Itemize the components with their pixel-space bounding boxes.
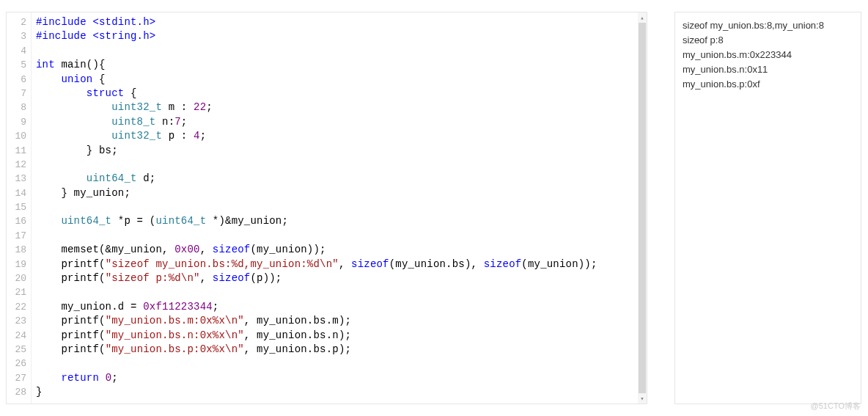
code-token: "my_union.bs.n:0x%x\n" [106,329,244,341]
code-line: printf("sizeof my_union.bs:%d,my_union:%… [36,258,647,271]
code-token: uint32_t [111,130,162,142]
code-token [36,215,61,227]
code-token: ; [200,130,207,142]
line-number: 28 [7,385,26,399]
code-token: uint32_t [111,101,162,113]
code-token: "sizeof p:%d\n" [106,272,200,284]
code-line [36,285,647,299]
line-number: 3 [7,29,26,43]
code-token: printf( [36,258,106,270]
code-token: "my_union.bs.m:0x%x\n" [106,315,244,326]
line-number: 22 [7,300,26,314]
code-token: (){ [87,59,106,70]
code-token [36,172,87,184]
code-token [36,372,61,384]
code-token: *)&my_union; [206,215,288,227]
line-number: 20 [7,271,26,285]
line-number: 10 [7,129,26,143]
code-token: d; [137,172,156,184]
code-line: printf("my_union.bs.p:0x%x\n", my_union.… [36,343,647,357]
code-token: memset(&my_union, [36,244,174,255]
code-line: #include <string.h> [36,29,647,43]
code-line [36,357,647,371]
code-token: return [61,372,99,384]
code-token [36,73,61,85]
code-lines[interactable]: #include <stdint.h>#include <string.h>in… [32,12,647,403]
code-line: int main(){ [36,58,647,72]
code-token: 0x00 [174,244,199,255]
line-number: 2 [7,15,26,29]
code-token: m : [162,101,194,113]
code-line: return 0; [36,371,647,385]
code-token: ; [111,372,118,384]
code-token: ; [181,116,188,128]
line-number: 6 [7,73,26,87]
output-line: my_union.bs.p:0xf [683,77,853,92]
line-number: 18 [7,243,26,257]
code-token: , my_union.bs.p); [244,343,351,355]
code-line: } my_union; [36,186,647,200]
line-number: 16 [7,214,26,228]
code-token: , [200,244,213,255]
code-line: union { [36,73,647,87]
code-body: #include <stdint.h>#include <string.h>in… [32,12,647,404]
line-number: 21 [7,285,26,299]
code-token [36,116,111,128]
code-line [36,44,647,58]
code-token: sizeof [213,272,251,284]
code-token: ; [213,301,219,313]
code-token [36,130,111,142]
code-line: uint8_t n:7; [36,115,647,129]
line-number: 25 [7,343,26,357]
code-line: my_union.d = 0xf11223344; [36,300,647,314]
line-number: 19 [7,258,26,271]
code-line: } bs; [36,144,647,158]
line-number: 8 [7,101,26,114]
code-token: printf( [36,343,106,355]
code-token: #include <stdint.h> [36,16,155,28]
code-line: #include <stdint.h> [36,15,647,29]
code-token: "sizeof my_union.bs:%d,my_union:%d\n" [106,258,339,270]
code-token: 4 [194,130,200,142]
code-token: sizeof [213,244,251,255]
scroll-down-icon[interactable]: ▾ [638,393,647,404]
code-line: } [36,385,647,399]
code-line: uint64_t d; [36,172,647,186]
code-line: printf("sizeof p:%d\n", sizeof(p)); [36,271,647,285]
watermark-text: @51CTO博客 [811,401,861,412]
code-token: , [339,258,351,270]
code-token: (my_union)); [250,244,326,255]
line-number: 5 [7,58,26,72]
code-token: 7 [174,116,181,128]
code-token: struct [87,87,125,99]
scroll-up-icon[interactable]: ▴ [638,12,647,23]
code-token: sizeof [484,258,522,270]
code-token: ; [206,101,213,113]
line-number: 24 [7,329,26,343]
scrollbar-thumb[interactable] [639,23,646,393]
code-token: 0 [106,372,112,384]
code-token: uint64_t [155,215,206,227]
code-line: uint32_t m : 22; [36,101,647,114]
page-root: 2345678910111213141516171819202122232425… [0,0,868,416]
code-line [36,229,647,243]
line-number: 15 [7,200,26,214]
code-line: printf("my_union.bs.m:0x%x\n", my_union.… [36,314,647,328]
code-token: printf( [36,329,106,341]
line-number-gutter: 2345678910111213141516171819202122232425… [7,12,32,404]
code-token: uint64_t [61,215,111,227]
code-token: , my_union.bs.n); [244,329,351,341]
output-line: my_union.bs.n:0x11 [683,62,853,77]
code-line: uint64_t *p = (uint64_t *)&my_union; [36,214,647,228]
code-token: #include <string.h> [36,30,155,42]
code-token: } my_union; [36,187,130,199]
code-token: "my_union.bs.p:0x%x\n" [106,343,244,355]
code-token: (my_union)); [521,258,597,270]
code-token: main [61,59,86,70]
code-token: sizeof [351,258,389,270]
output-line: my_union.bs.m:0x223344 [683,48,853,62]
line-number: 11 [7,144,26,158]
line-number: 9 [7,115,26,129]
vertical-scrollbar[interactable]: ▴ ▾ [638,12,647,404]
code-token: (p)); [250,272,282,284]
